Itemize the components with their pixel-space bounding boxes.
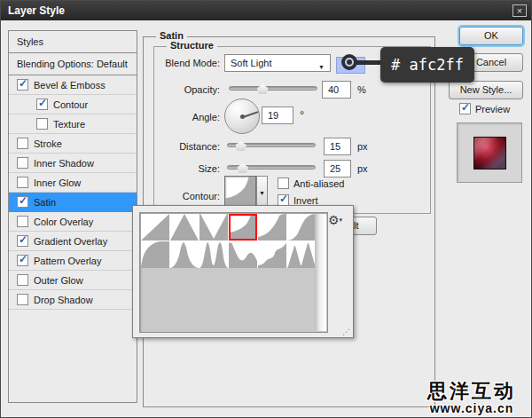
sidebar-item-bevel-emboss[interactable]: Bevel & Emboss: [9, 75, 137, 95]
sidebar-item-contour[interactable]: Contour: [9, 95, 137, 114]
sidebar-item-gradient-overlay[interactable]: Gradient Overlay: [9, 232, 137, 251]
sidebar-item-label: Outer Glow: [34, 275, 83, 286]
opacity-slider[interactable]: [229, 86, 317, 91]
contour-thumbnail-half-round[interactable]: [141, 241, 169, 268]
size-unit: px: [357, 163, 368, 174]
angle-input[interactable]: 19: [262, 106, 293, 124]
sidebar-item-outer-glow[interactable]: Outer Glow: [9, 271, 137, 290]
preview-thumbnail-image: [473, 137, 506, 170]
ok-button[interactable]: OK: [459, 27, 523, 45]
sidebar-item-label: Inner Shadow: [34, 158, 94, 169]
angle-unit: °: [300, 108, 304, 122]
sidebar-item-label: Stroke: [34, 138, 62, 149]
chevron-down-icon: ▼: [259, 190, 265, 196]
sidebar-item-inner-glow[interactable]: Inner Glow: [9, 173, 137, 193]
checkbox[interactable]: [17, 177, 28, 188]
contour-thumbnail-cone-inverted[interactable]: [200, 214, 228, 241]
checkbox[interactable]: [17, 216, 28, 227]
watermark-line1: 思洋互动: [412, 381, 531, 402]
distance-slider[interactable]: [227, 143, 316, 147]
checkbox[interactable]: [17, 196, 28, 208]
styles-sidebar: Styles Blending Options: Default Bevel &…: [8, 30, 137, 403]
angle-dial-center: [240, 114, 245, 119]
checkbox[interactable]: [17, 274, 28, 286]
distance-label: Distance:: [154, 141, 220, 152]
contour-thumbnail-cone[interactable]: [170, 214, 199, 241]
checkbox[interactable]: [17, 294, 28, 305]
contour-picker-area: [139, 212, 328, 333]
sidebar-items: Bevel & EmbossContourTextureStrokeInner …: [9, 75, 137, 310]
preview-option[interactable]: Preview: [459, 103, 510, 114]
checkbox[interactable]: [17, 157, 28, 169]
contour-thumbnail-sawtooth[interactable]: [287, 241, 316, 268]
sidebar-item-pattern-overlay[interactable]: Pattern Overlay: [9, 251, 137, 271]
contour-thumbnail-rounded-peak[interactable]: [170, 241, 199, 268]
color-tooltip-text: # afc2ff: [391, 56, 464, 74]
invert-label: Invert: [293, 195, 318, 206]
close-icon[interactable]: ×: [512, 4, 527, 17]
window-title: Layer Style: [8, 1, 65, 20]
opacity-unit: %: [357, 84, 366, 95]
contour-thumbnail-rolling-slope[interactable]: [258, 241, 286, 268]
sidebar-item-label: Contour: [53, 99, 88, 110]
contour-dropdown-button[interactable]: ▼: [256, 176, 268, 209]
anti-aliased-option[interactable]: Anti-aliased: [278, 177, 344, 189]
gear-icon[interactable]: ⚙▾: [328, 213, 342, 227]
sidebar-item-label: Inner Glow: [34, 177, 81, 188]
preview-label: Preview: [475, 104, 510, 114]
size-slider[interactable]: [227, 165, 316, 170]
sidebar-item-label: Satin: [34, 197, 56, 208]
sidebar-item-label: Drop Shadow: [34, 295, 93, 305]
checkbox[interactable]: [17, 235, 28, 247]
title-bar[interactable]: Layer Style ×: [1, 1, 531, 20]
checkbox[interactable]: [17, 255, 28, 266]
size-label: Size:: [154, 163, 220, 174]
group-title: Structure: [167, 40, 217, 51]
distance-input[interactable]: 15: [324, 138, 351, 155]
sidebar-item-inner-shadow[interactable]: Inner Shadow: [9, 154, 137, 173]
sidebar-item-color-overlay[interactable]: Color Overlay: [9, 212, 137, 232]
contour-thumbnail-cove-deep[interactable]: [229, 214, 257, 241]
contour-thumbnail-ring-double[interactable]: [200, 241, 228, 268]
color-picker-marker-icon: [341, 54, 357, 70]
new-style-button[interactable]: New Style...: [449, 81, 523, 99]
sidebar-item-blending-options[interactable]: Blending Options: Default: [9, 53, 137, 75]
blend-mode-label: Blend Mode:: [154, 58, 220, 68]
sidebar-item-label: Texture: [53, 119, 85, 130]
angle-dial[interactable]: [224, 99, 260, 134]
blend-mode-select[interactable]: Soft Light ▼: [224, 54, 331, 72]
contour-swatch[interactable]: [224, 176, 256, 209]
checkbox[interactable]: [36, 99, 48, 110]
contour-thumbnail-ring[interactable]: [229, 241, 257, 268]
anti-aliased-checkbox[interactable]: [278, 177, 289, 189]
distance-slider-thumb[interactable]: [235, 141, 246, 151]
contour-thumbnail-gaussian[interactable]: [287, 214, 316, 241]
contour-thumbnail-cove-shallow[interactable]: [258, 214, 286, 241]
preview-checkbox[interactable]: [459, 103, 471, 114]
contour-thumbnail-linear[interactable]: [141, 214, 169, 241]
contour-scrollbar[interactable]: [315, 214, 326, 331]
size-slider-thumb[interactable]: [237, 163, 248, 173]
sidebar-item-label: Bevel & Emboss: [34, 80, 106, 91]
checkbox[interactable]: [36, 118, 48, 130]
chevron-down-icon: ▼: [318, 59, 325, 75]
distance-unit: px: [357, 141, 368, 152]
sidebar-item-stroke[interactable]: Stroke: [9, 134, 137, 154]
checkbox[interactable]: [17, 79, 28, 91]
opacity-input[interactable]: 40: [322, 81, 351, 99]
gear-arrow-icon: ▾: [339, 217, 342, 223]
resize-grip[interactable]: ⋰: [342, 327, 350, 336]
opacity-label: Opacity:: [154, 84, 220, 95]
checkbox[interactable]: [17, 138, 28, 149]
sidebar-item-satin[interactable]: Satin: [9, 193, 137, 212]
sidebar-item-drop-shadow[interactable]: Drop Shadow: [9, 290, 137, 310]
opacity-slider-thumb[interactable]: [257, 84, 269, 94]
anti-aliased-label: Anti-aliased: [293, 178, 344, 189]
layer-style-dialog: Layer Style × Styles Blending Options: D…: [0, 0, 532, 418]
color-tooltip: # afc2ff: [380, 47, 474, 83]
contour-picker-popup: ⚙▾ ⋰: [132, 205, 354, 338]
sidebar-item-texture[interactable]: Texture: [9, 114, 137, 134]
watermark: 思洋互动 www.ciya.cn: [412, 381, 531, 415]
angle-needle[interactable]: [243, 111, 259, 118]
size-input[interactable]: 25: [324, 160, 351, 177]
